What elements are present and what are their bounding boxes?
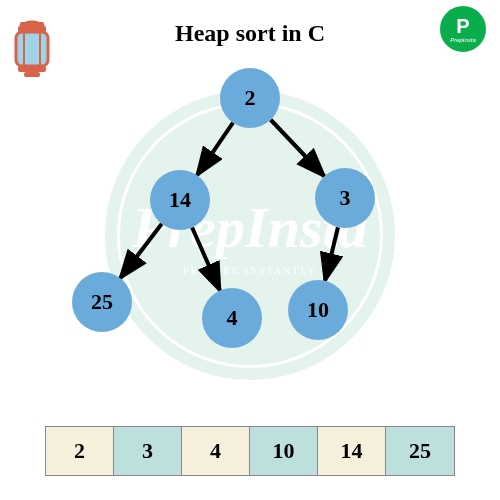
svg-rect-2 [16, 32, 48, 66]
array-cell: 3 [114, 427, 182, 475]
array-cell: 4 [182, 427, 250, 475]
badge-subtitle: PrepInsta [450, 37, 476, 43]
array-cell: 10 [250, 427, 318, 475]
tree-node: 3 [315, 168, 375, 228]
lantern-icon [12, 18, 52, 78]
tree-node: 14 [150, 170, 210, 230]
array-cell: 2 [46, 427, 114, 475]
array-cell: 14 [318, 427, 386, 475]
svg-line-11 [325, 227, 338, 281]
array-cell: 25 [386, 427, 454, 475]
badge-letter: P [456, 16, 469, 36]
brand-badge: P PrepInsta [440, 6, 486, 52]
tree-node: 2 [220, 68, 280, 128]
tree-node: 10 [288, 280, 348, 340]
tree-node: 4 [202, 288, 262, 348]
page-title: Heap sort in C [0, 0, 500, 47]
tree-node: 25 [72, 272, 132, 332]
sorted-array: 234101425 [45, 426, 455, 476]
heap-tree: 214325410 [0, 70, 500, 390]
